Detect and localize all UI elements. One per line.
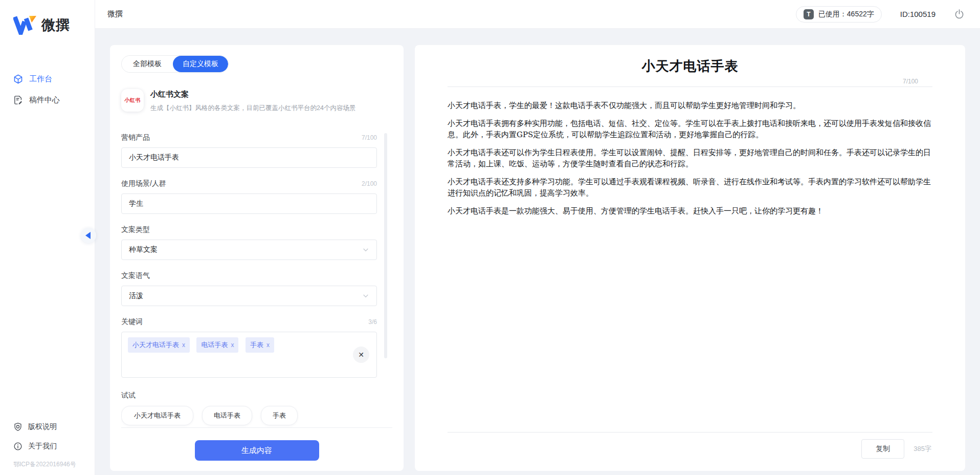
usage-counter-pill[interactable]: T 已使用：46522字	[796, 6, 882, 23]
keywords-counter: 3/6	[368, 318, 377, 326]
main-area: 微撰 T 已使用：46522字 ID:100519 全部模板	[95, 0, 980, 475]
sidebar-nav: 工作台 稿件中心	[0, 69, 95, 111]
sidebar-item-label: 版权说明	[28, 422, 57, 431]
field-label-row: 文案类型	[121, 225, 377, 234]
sidebar-item-label: 工作台	[29, 74, 52, 84]
tone-select[interactable]: 活泼	[121, 286, 377, 306]
sidebar-item-label: 关于我们	[28, 442, 57, 451]
result-paragraph: 小天才电话手表还可以作为学生日程表使用。学生可以设置闹钟、提醒、日程安排等，更好…	[448, 147, 932, 169]
tag-remove-icon[interactable]: x	[231, 341, 234, 349]
result-paragraph: 小天才电话手表是一款功能强大、易于使用、方便管理的学生电话手表。赶快入手一只吧，…	[448, 205, 932, 217]
tone-value: 活泼	[129, 291, 143, 300]
product-input[interactable]: 小天才电话手表	[121, 147, 377, 168]
tab-custom-templates[interactable]: 自定义模板	[173, 56, 228, 72]
field-label-row: 文案语气	[121, 271, 377, 280]
scene-input[interactable]: 学生	[121, 193, 377, 214]
keyword-tag: 小天才电话手表 x	[128, 337, 190, 353]
tab-label: 全部模板	[133, 59, 162, 69]
result-paragraph: 小天才电话手表，学生的最爱！这款电话手表不仅功能强大，而且可以帮助学生更好地管理…	[448, 100, 932, 111]
result-paragraph: 小天才电话手表拥有多种实用功能，包括电话、短信、社交、定位等。学生可以在手表上拨…	[448, 118, 932, 140]
generated-result-panel: 小天才电话手表 7/100 小天才电话手表，学生的最爱！这款电话手表不仅功能强大…	[415, 45, 965, 471]
product-char-counter: 7/100	[362, 134, 377, 141]
topbar: 微撰 T 已使用：46522字 ID:100519	[95, 0, 980, 29]
tab-all-templates[interactable]: 全部模板	[122, 56, 173, 72]
scrollbar-thumb[interactable]	[384, 133, 387, 358]
tag-remove-icon[interactable]: x	[182, 341, 185, 349]
chevron-down-icon	[362, 246, 369, 253]
xiaohongshu-logo-icon: 小红书	[121, 89, 144, 112]
chevron-down-icon	[362, 292, 369, 299]
chevron-left-icon	[85, 232, 91, 239]
sidebar-item-drafts[interactable]: 稿件中心	[0, 90, 95, 111]
scene-char-counter: 2/100	[362, 180, 377, 187]
sidebar-item-label: 稿件中心	[29, 95, 60, 105]
word-count: 385字	[914, 444, 931, 454]
clear-keywords-button[interactable]: ✕	[353, 347, 369, 363]
sidebar-item-workbench[interactable]: 工作台	[0, 69, 95, 90]
user-id: ID:100519	[900, 10, 936, 18]
copy-type-value: 种草文案	[129, 245, 158, 254]
template-description: 生成【小红书】风格的各类文案，目前已覆盖小红书平台的24个内容场景	[150, 104, 355, 113]
suggestions-label: 试试	[121, 391, 392, 400]
usage-counter-label: 已使用：46522字	[818, 10, 874, 19]
suggestion-chip[interactable]: 小天才电话手表	[121, 406, 193, 425]
suggestion-chip[interactable]: 电话手表	[202, 406, 252, 425]
suggestion-chips: 小天才电话手表 电话手表 手表	[121, 406, 392, 425]
tab-label: 自定义模板	[183, 59, 218, 69]
sidebar-footer: 版权说明 关于我们 鄂ICP备2022016946号	[0, 417, 95, 475]
keyword-tag-label: 手表	[250, 340, 263, 350]
copy-type-field-label: 文案类型	[121, 225, 150, 234]
shield-copyright-icon	[13, 422, 23, 431]
copy-button[interactable]: 复制	[861, 439, 904, 459]
result-title-counter: 7/100	[448, 78, 932, 85]
template-tabs: 全部模板 自定义模板	[121, 55, 229, 73]
sidebar: 微撰 工作台 稿件中心	[0, 0, 95, 475]
brand-w-icon	[13, 15, 37, 35]
result-body[interactable]: 小天才电话手表，学生的最爱！这款电话手表不仅功能强大，而且可以帮助学生更好地管理…	[448, 100, 932, 223]
scene-input-value: 学生	[129, 199, 143, 208]
word-badge-icon: T	[804, 9, 814, 19]
close-icon: ✕	[358, 351, 364, 359]
product-input-value: 小天才电话手表	[129, 153, 179, 162]
template-form-panel: 全部模板 自定义模板 小红书 小红书文案 生成【小红书】风格的各类文案，目前已覆…	[110, 45, 404, 471]
result-title[interactable]: 小天才电话手表	[448, 57, 932, 75]
selected-template-card[interactable]: 小红书 小红书文案 生成【小红书】风格的各类文案，目前已覆盖小红书平台的24个内…	[121, 89, 392, 113]
tone-field-label: 文案语气	[121, 271, 150, 280]
scene-field-label: 使用场景/人群	[121, 179, 166, 188]
generate-row: 生成内容	[121, 428, 392, 464]
sidebar-item-about[interactable]: 关于我们	[13, 437, 90, 456]
content-area: 全部模板 自定义模板 小红书 小红书文案 生成【小红书】风格的各类文案，目前已覆…	[95, 29, 980, 475]
result-paragraph: 小天才电话手表还支持多种学习功能。学生可以通过手表观看课程视频、听录音、进行在线…	[448, 176, 932, 199]
field-label-row: 关键词 3/6	[121, 317, 377, 327]
template-info: 小红书文案 生成【小红书】风格的各类文案，目前已覆盖小红书平台的24个内容场景	[150, 89, 355, 113]
icp-record-number: 鄂ICP备2022016946号	[13, 460, 90, 469]
field-label-row: 使用场景/人群 2/100	[121, 179, 377, 188]
tag-remove-icon[interactable]: x	[266, 341, 270, 349]
sidebar-item-copyright[interactable]: 版权说明	[13, 417, 90, 437]
generate-content-button[interactable]: 生成内容	[195, 440, 319, 461]
suggestion-chip[interactable]: 手表	[261, 406, 298, 425]
workbench-icon	[13, 74, 23, 84]
result-footer: 复制 385字	[448, 433, 932, 463]
page-title: 微撰	[107, 9, 123, 19]
result-header-divider	[448, 87, 932, 87]
keywords-input-box[interactable]: 小天才电话手表 x 电话手表 x 手表 x ✕	[121, 332, 377, 378]
keyword-tag-label: 电话手表	[201, 340, 228, 350]
keywords-field-label: 关键词	[121, 317, 143, 327]
copy-type-select[interactable]: 种草文案	[121, 240, 377, 260]
form-scroll-area[interactable]: 营销产品 7/100 小天才电话手表 使用场景/人群 2/100 学生 文案类型	[121, 132, 392, 427]
topbar-right: T 已使用：46522字 ID:100519	[796, 6, 965, 23]
sidebar-collapse-button[interactable]	[81, 228, 96, 243]
keyword-tag-label: 小天才电话手表	[132, 340, 179, 350]
brand-name: 微撰	[41, 16, 70, 34]
field-label-row: 营销产品 7/100	[121, 133, 377, 142]
info-icon	[13, 442, 23, 451]
keyword-tag: 手表 x	[246, 337, 274, 353]
template-title: 小红书文案	[150, 90, 355, 99]
product-field-label: 营销产品	[121, 133, 150, 142]
keyword-tag: 电话手表 x	[196, 337, 238, 353]
logout-power-button[interactable]	[954, 9, 965, 19]
brand-logo: 微撰	[0, 0, 95, 35]
drafts-icon	[13, 95, 23, 105]
